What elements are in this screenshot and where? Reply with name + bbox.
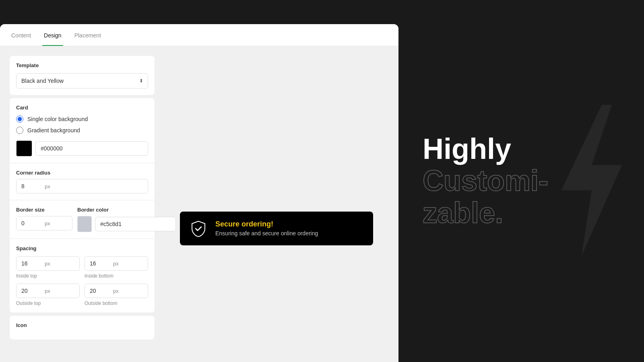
tab-placement[interactable]: Placement xyxy=(73,24,103,46)
inside-top-label: Inside top xyxy=(16,273,80,279)
border-size-col: Border size px xyxy=(16,207,72,230)
inside-bottom-item: px Inside bottom xyxy=(85,256,148,279)
border-color-inner: Border color xyxy=(77,207,176,232)
template-select-wrapper: Black and Yellow Blue and White Red and … xyxy=(16,73,148,88)
hero-text: Highly Customi- zable. xyxy=(423,133,548,229)
lightning-bg-icon xyxy=(531,100,644,262)
border-color-label: Border color xyxy=(77,207,176,213)
card-title: Secure ordering! xyxy=(215,220,363,228)
inside-top-item: px Inside top xyxy=(16,256,80,279)
tabs-bar: Content Design Placement xyxy=(0,24,398,46)
outside-top-unit: px xyxy=(45,284,54,298)
corner-radius-unit: px xyxy=(45,180,54,193)
spacing-label: Spacing xyxy=(16,245,148,251)
border-size-input-group: px xyxy=(16,216,72,230)
bg-color-swatch[interactable] xyxy=(16,140,32,156)
inside-bottom-unit: px xyxy=(113,257,123,270)
template-section: Template Black and Yellow Blue and White… xyxy=(10,56,155,95)
outside-bottom-input[interactable] xyxy=(85,284,113,298)
inside-bottom-input-group: px xyxy=(85,256,148,271)
inside-top-input[interactable] xyxy=(17,257,45,270)
border-row: Border size px Border color xyxy=(16,207,148,232)
spacing-section: Spacing px Inside top px xyxy=(16,245,148,306)
icon-section-title: Icon xyxy=(16,322,148,328)
spacing-grid: px Inside top px Inside bottom xyxy=(16,256,148,306)
outside-top-item: px Outside top xyxy=(16,284,80,306)
hero-line3: zable. xyxy=(423,197,548,229)
card-subtitle: Ensuring safe and secure online ordering xyxy=(215,230,363,237)
inside-bottom-label: Inside bottom xyxy=(85,273,148,279)
inside-bottom-input[interactable] xyxy=(85,257,113,270)
border-size-label: Border size xyxy=(16,207,72,213)
divider-3 xyxy=(10,239,155,239)
gradient-radio[interactable] xyxy=(16,127,23,134)
tab-design[interactable]: Design xyxy=(42,24,63,46)
shield-icon xyxy=(190,220,207,237)
inside-top-input-group: px xyxy=(16,256,80,271)
divider-1 xyxy=(10,163,155,163)
border-size-unit: px xyxy=(45,217,54,230)
icon-section: Icon xyxy=(10,316,155,339)
panel-content: Template Black and Yellow Blue and White… xyxy=(0,46,398,362)
border-color-swatch[interactable] xyxy=(77,216,92,232)
single-color-radio-label[interactable]: Single color background xyxy=(16,115,148,123)
divider-2 xyxy=(10,200,155,200)
corner-radius-input[interactable] xyxy=(17,179,45,193)
settings-column: Template Black and Yellow Blue and White… xyxy=(10,56,155,362)
gradient-label: Gradient background xyxy=(27,127,80,134)
gradient-radio-label[interactable]: Gradient background xyxy=(16,127,148,134)
tab-content[interactable]: Content xyxy=(10,24,33,46)
single-color-label: Single color background xyxy=(27,116,88,122)
corner-radius-field: Corner radius px xyxy=(16,170,148,193)
preview-column: Secure ordering! Ensuring safe and secur… xyxy=(164,56,389,362)
outside-bottom-label: Outside bottom xyxy=(85,300,148,306)
right-panel: Highly Customi- zable. xyxy=(398,0,644,362)
outside-top-label: Outside top xyxy=(16,300,80,306)
hero-line2: Customi- xyxy=(423,165,548,197)
svg-marker-0 xyxy=(561,105,622,256)
inside-top-unit: px xyxy=(45,257,54,270)
outside-top-input-group: px xyxy=(16,284,80,298)
border-color-input[interactable] xyxy=(95,217,176,231)
corner-radius-input-group: px xyxy=(16,179,148,193)
outside-top-input[interactable] xyxy=(17,284,45,298)
card-section-title: Card xyxy=(16,105,148,111)
border-color-row xyxy=(77,216,176,232)
border-color-col: Border color xyxy=(77,207,176,232)
corner-radius-label: Corner radius xyxy=(16,170,148,176)
hero-line1: Highly xyxy=(423,133,548,165)
outside-bottom-item: px Outside bottom xyxy=(85,284,148,306)
card-section: Card Single color background Gradient ba… xyxy=(10,98,155,313)
template-select[interactable]: Black and Yellow Blue and White Red and … xyxy=(16,73,148,88)
preview-card: Secure ordering! Ensuring safe and secur… xyxy=(180,212,373,245)
card-text: Secure ordering! Ensuring safe and secur… xyxy=(215,220,363,237)
single-color-radio[interactable] xyxy=(16,115,23,123)
background-radio-group: Single color background Gradient backgro… xyxy=(16,115,148,134)
bg-color-row xyxy=(16,140,148,156)
outside-bottom-input-group: px xyxy=(85,284,148,298)
border-size-input[interactable] xyxy=(17,216,45,230)
outside-bottom-unit: px xyxy=(113,284,123,298)
left-panel: Content Design Placement Template Black … xyxy=(0,24,398,362)
bg-color-input[interactable] xyxy=(35,141,148,156)
template-label: Template xyxy=(16,62,148,68)
